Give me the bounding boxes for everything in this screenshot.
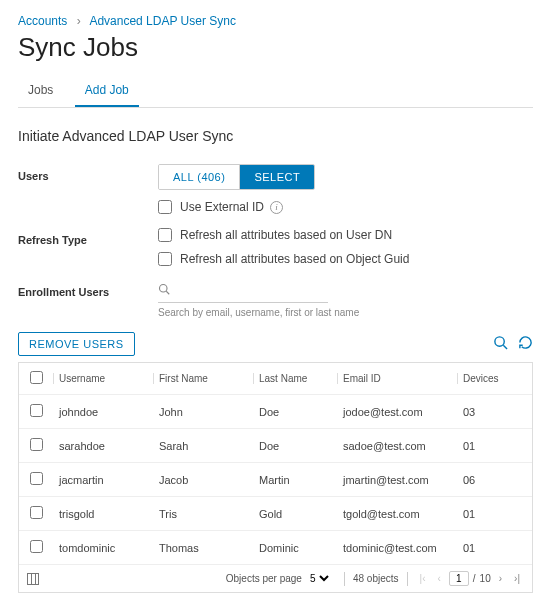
row-checkbox[interactable] [30, 540, 43, 553]
page-number-input[interactable] [449, 571, 469, 586]
search-table-icon[interactable] [493, 335, 508, 353]
search-hint: Search by email, username, first or last… [158, 307, 533, 318]
cell-last-name: Dominic [253, 533, 337, 563]
cell-devices: 01 [457, 533, 532, 563]
cell-first-name: Sarah [153, 431, 253, 461]
page-first-icon[interactable]: |‹ [416, 573, 430, 584]
svg-line-3 [503, 345, 507, 349]
cell-last-name: Doe [253, 397, 337, 427]
cell-email: tgold@test.com [337, 499, 457, 529]
col-username[interactable]: Username [53, 365, 153, 392]
cell-devices: 01 [457, 499, 532, 529]
page-last-icon[interactable]: ›| [510, 573, 524, 584]
cell-devices: 06 [457, 465, 532, 495]
page-sep: / [473, 573, 476, 584]
cell-email: jmartin@test.com [337, 465, 457, 495]
tab-jobs[interactable]: Jobs [18, 77, 63, 105]
cell-first-name: Thomas [153, 533, 253, 563]
label-enrollment-users: Enrollment Users [18, 280, 158, 298]
row-checkbox[interactable] [30, 438, 43, 451]
total-objects: 48 objects [353, 573, 399, 584]
per-page-select[interactable]: 5 [306, 572, 332, 585]
table-row[interactable]: sarahdoeSarahDoesadoe@test.com01 [19, 429, 532, 463]
cell-devices: 03 [457, 397, 532, 427]
cell-email: tdominic@test.com [337, 533, 457, 563]
label-users: Users [18, 164, 158, 182]
section-title: Initiate Advanced LDAP User Sync [18, 128, 533, 144]
cell-devices: 01 [457, 431, 532, 461]
column-picker-icon[interactable] [27, 573, 39, 585]
table-footer: Objects per page 5 48 objects |‹ ‹ / 10 … [19, 565, 532, 592]
page-prev-icon[interactable]: ‹ [433, 573, 444, 584]
search-input[interactable] [178, 280, 318, 302]
info-icon[interactable]: i [270, 201, 283, 214]
users-toggle-group: ALL (406) SELECT [158, 164, 315, 190]
row-checkbox[interactable] [30, 506, 43, 519]
checkbox-refresh-user-dn[interactable] [158, 228, 172, 242]
checkbox-refresh-object-guid[interactable] [158, 252, 172, 266]
row-checkbox[interactable] [30, 404, 43, 417]
page-total: 10 [480, 573, 491, 584]
search-icon [158, 283, 174, 298]
cell-username: sarahdoe [53, 431, 153, 461]
label-refresh-type: Refresh Type [18, 228, 158, 246]
cell-username: johndoe [53, 397, 153, 427]
svg-point-0 [160, 285, 168, 293]
cell-last-name: Doe [253, 431, 337, 461]
row-checkbox[interactable] [30, 472, 43, 485]
col-first-name[interactable]: First Name [153, 365, 253, 392]
users-table: Username First Name Last Name Email ID D… [18, 362, 533, 593]
checkbox-use-external-id[interactable] [158, 200, 172, 214]
col-last-name[interactable]: Last Name [253, 365, 337, 392]
cell-first-name: John [153, 397, 253, 427]
table-row[interactable]: trisgoldTrisGoldtgold@test.com01 [19, 497, 532, 531]
cell-username: jacmartin [53, 465, 153, 495]
label-refresh-object-guid: Refresh all attributes based on Object G… [180, 252, 409, 266]
page-next-icon[interactable]: › [495, 573, 506, 584]
table-header: Username First Name Last Name Email ID D… [19, 363, 532, 395]
cell-first-name: Jacob [153, 465, 253, 495]
svg-point-2 [495, 337, 504, 346]
users-toggle-all[interactable]: ALL (406) [159, 165, 239, 189]
tabs: Jobs Add Job [18, 77, 533, 108]
breadcrumb: Accounts › Advanced LDAP User Sync [18, 14, 533, 28]
table-row[interactable]: tomdominicThomasDominictdominic@test.com… [19, 531, 532, 565]
col-email[interactable]: Email ID [337, 365, 457, 392]
chevron-right-icon: › [77, 14, 81, 28]
breadcrumb-accounts[interactable]: Accounts [18, 14, 67, 28]
label-use-external-id: Use External ID [180, 200, 264, 214]
cell-username: tomdominic [53, 533, 153, 563]
cell-email: sadoe@test.com [337, 431, 457, 461]
col-devices[interactable]: Devices [457, 365, 532, 392]
tab-add-job[interactable]: Add Job [75, 77, 139, 107]
svg-line-1 [166, 291, 169, 294]
refresh-icon[interactable] [518, 335, 533, 353]
users-toggle-select[interactable]: SELECT [239, 165, 314, 189]
breadcrumb-advanced-ldap[interactable]: Advanced LDAP User Sync [89, 14, 236, 28]
per-page-label: Objects per page [226, 573, 302, 584]
cell-username: trisgold [53, 499, 153, 529]
checkbox-select-all[interactable] [30, 371, 43, 384]
table-row[interactable]: johndoeJohnDoejodoe@test.com03 [19, 395, 532, 429]
remove-users-button[interactable]: REMOVE USERS [18, 332, 135, 356]
cell-last-name: Gold [253, 499, 337, 529]
label-refresh-user-dn: Refresh all attributes based on User DN [180, 228, 392, 242]
cell-first-name: Tris [153, 499, 253, 529]
page-title: Sync Jobs [18, 32, 533, 63]
cell-email: jodoe@test.com [337, 397, 457, 427]
table-row[interactable]: jacmartinJacobMartinjmartin@test.com06 [19, 463, 532, 497]
cell-last-name: Martin [253, 465, 337, 495]
